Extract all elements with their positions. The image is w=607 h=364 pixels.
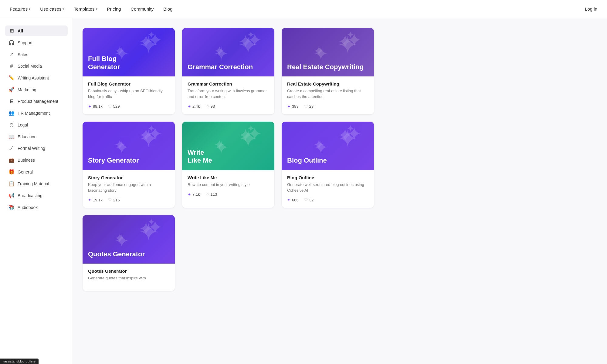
- formal-writing-icon: 🖊: [8, 146, 15, 151]
- card-banner-title-grammar-correction: Grammar Correction: [188, 63, 253, 71]
- card-uses-real-estate-copywriting: ✦383: [287, 104, 299, 109]
- all-icon: ⊞: [8, 28, 15, 34]
- sidebar-item-label-training-material: Training Material: [18, 181, 49, 186]
- card-body-write-like-me: Write Like MeRewrite content in your wri…: [182, 170, 274, 202]
- card-likes-real-estate-copywriting: ♡23: [304, 104, 314, 109]
- heart-icon: ♡: [304, 197, 308, 202]
- card-real-estate-copywriting[interactable]: Real Estate CopywritingReal Estate Copyw…: [282, 28, 374, 114]
- card-banner-title-full-blog-generator: Full Blog Generator: [88, 55, 120, 71]
- sidebar-item-all[interactable]: ⊞All: [5, 25, 68, 36]
- product-management-icon: 🖥: [8, 99, 15, 104]
- sidebar-item-writing-assistant[interactable]: ✏️Writing Assistant: [5, 72, 68, 83]
- sidebar-item-product-management[interactable]: 🖥Product Management: [5, 96, 68, 106]
- card-stats-real-estate-copywriting: ✦383♡23: [287, 104, 368, 109]
- bolt-icon: ✦: [188, 192, 191, 197]
- card-banner-full-blog-generator: Full Blog Generator: [83, 28, 175, 76]
- banner-star-icon: [148, 217, 172, 241]
- card-body-grammar-correction: Grammar CorrectionTransform your writing…: [182, 76, 274, 114]
- banner-star-icon: [247, 123, 271, 147]
- sidebar-item-broadcasting[interactable]: 📢Broadcasting: [5, 190, 68, 201]
- sidebar-item-label-support: Support: [18, 40, 32, 45]
- card-blog-outline[interactable]: Blog OutlineBlog OutlineGenerate well-st…: [282, 122, 374, 208]
- card-full-blog-generator[interactable]: Full Blog GeneratorFull Blog GeneratorFa…: [83, 28, 175, 114]
- card-stats-write-like-me: ✦7.1k♡113: [188, 192, 269, 197]
- sidebar-item-label-education: Education: [18, 134, 36, 139]
- bolt-icon: ✦: [88, 104, 92, 109]
- card-quotes-generator[interactable]: Quotes GeneratorQuotes GeneratorGenerate…: [83, 215, 175, 291]
- card-body-full-blog-generator: Full Blog GeneratorFabulously easy - whi…: [83, 76, 175, 114]
- nav-community[interactable]: Community: [131, 6, 154, 12]
- general-icon: 🎁: [8, 169, 15, 175]
- sidebar-item-label-all: All: [18, 29, 23, 33]
- sidebar: ⊞All🎧Support↗Sales#Social Media✏️Writing…: [0, 18, 73, 364]
- sidebar-item-label-marketing: Marketing: [18, 87, 36, 92]
- sidebar-item-label-business: Business: [18, 158, 35, 163]
- card-stats-grammar-correction: ✦2.4k♡93: [188, 104, 269, 109]
- education-icon: 📖: [8, 134, 15, 140]
- nav-use-cases-label: Use cases: [40, 6, 61, 12]
- support-icon: 🎧: [8, 40, 15, 46]
- card-write-like-me[interactable]: Write Like MeWrite Like MeRewrite conten…: [182, 122, 274, 208]
- card-story-generator[interactable]: Story GeneratorStory GeneratorKeep your …: [83, 122, 175, 208]
- chevron-down-icon: ▾: [29, 7, 30, 11]
- card-likes-blog-outline: ♡32: [304, 197, 314, 202]
- nav-community-label: Community: [131, 6, 154, 12]
- card-desc-grammar-correction: Transform your writing with flawless gra…: [188, 88, 269, 100]
- card-desc-real-estate-copywriting: Create a compelling real-estate listing …: [287, 88, 368, 100]
- bolt-icon: ✦: [287, 104, 291, 109]
- uses-count: 383: [292, 104, 299, 109]
- sidebar-item-audiobook[interactable]: 📚Audiobook: [5, 202, 68, 213]
- card-body-blog-outline: Blog OutlineGenerate well-structured blo…: [282, 170, 374, 208]
- marketing-icon: 🚀: [8, 87, 15, 93]
- sidebar-item-label-legal: Legal: [18, 123, 28, 127]
- sidebar-item-training-material[interactable]: 📋Training Material: [5, 178, 68, 189]
- sidebar-item-hr-management[interactable]: 👥HR Management: [5, 108, 68, 118]
- sidebar-item-label-audiobook: Audiobook: [18, 205, 38, 210]
- card-banner-quotes-generator: Quotes Generator: [83, 215, 175, 264]
- sidebar-item-label-general: General: [18, 170, 33, 174]
- card-uses-full-blog-generator: ✦88.1k: [88, 104, 103, 109]
- likes-count: 113: [211, 192, 217, 197]
- sidebar-item-label-formal-writing: Formal Writing: [18, 146, 45, 151]
- card-uses-write-like-me: ✦7.1k: [188, 192, 200, 197]
- sidebar-item-legal[interactable]: ⚖Legal: [5, 120, 68, 130]
- card-title-write-like-me: Write Like Me: [188, 175, 269, 180]
- uses-count: 2.4k: [192, 104, 200, 109]
- card-stats-full-blog-generator: ✦88.1k♡529: [88, 104, 169, 109]
- sidebar-item-social-media[interactable]: #Social Media: [5, 61, 68, 71]
- sales-icon: ↗: [8, 52, 15, 57]
- legal-icon: ⚖: [8, 122, 15, 128]
- nav-blog-label: Blog: [163, 6, 172, 12]
- nav-features[interactable]: Features ▾: [10, 6, 30, 12]
- nav-blog[interactable]: Blog: [163, 6, 172, 12]
- sidebar-item-support[interactable]: 🎧Support: [5, 37, 68, 48]
- nav-pricing[interactable]: Pricing: [107, 6, 121, 12]
- card-banner-real-estate-copywriting: Real Estate Copywriting: [282, 28, 374, 76]
- card-desc-full-blog-generator: Fabulously easy - whip up an SEO-friendl…: [88, 88, 169, 100]
- nav-templates[interactable]: Templates ▾: [74, 6, 97, 12]
- sidebar-item-marketing[interactable]: 🚀Marketing: [5, 84, 68, 95]
- card-title-story-generator: Story Generator: [88, 175, 169, 180]
- social-media-icon: #: [8, 63, 15, 69]
- card-title-blog-outline: Blog Outline: [287, 175, 368, 180]
- bolt-icon: ✦: [188, 104, 191, 109]
- nav-use-cases[interactable]: Use cases ▾: [40, 6, 64, 12]
- main-content: Full Blog GeneratorFull Blog GeneratorFa…: [73, 18, 607, 364]
- sidebar-item-education[interactable]: 📖Education: [5, 131, 68, 142]
- audiobook-icon: 📚: [8, 204, 15, 210]
- banner-star-icon: [247, 29, 271, 54]
- card-uses-story-generator: ✦19.1k: [88, 197, 103, 202]
- sidebar-item-formal-writing[interactable]: 🖊Formal Writing: [5, 143, 68, 153]
- sidebar-item-label-social-media: Social Media: [18, 64, 42, 69]
- sidebar-item-business[interactable]: 💼Business: [5, 155, 68, 165]
- card-likes-story-generator: ♡216: [108, 197, 120, 202]
- sidebar-item-label-broadcasting: Broadcasting: [18, 193, 42, 198]
- likes-count: 93: [211, 104, 215, 109]
- likes-count: 23: [309, 104, 314, 109]
- card-grammar-correction[interactable]: Grammar CorrectionGrammar CorrectionTran…: [182, 28, 274, 114]
- sidebar-item-sales[interactable]: ↗Sales: [5, 49, 68, 60]
- sidebar-item-general[interactable]: 🎁General: [5, 167, 68, 177]
- login-button[interactable]: Log in: [585, 6, 597, 12]
- nav-features-label: Features: [10, 6, 28, 12]
- bolt-icon: ✦: [88, 197, 92, 202]
